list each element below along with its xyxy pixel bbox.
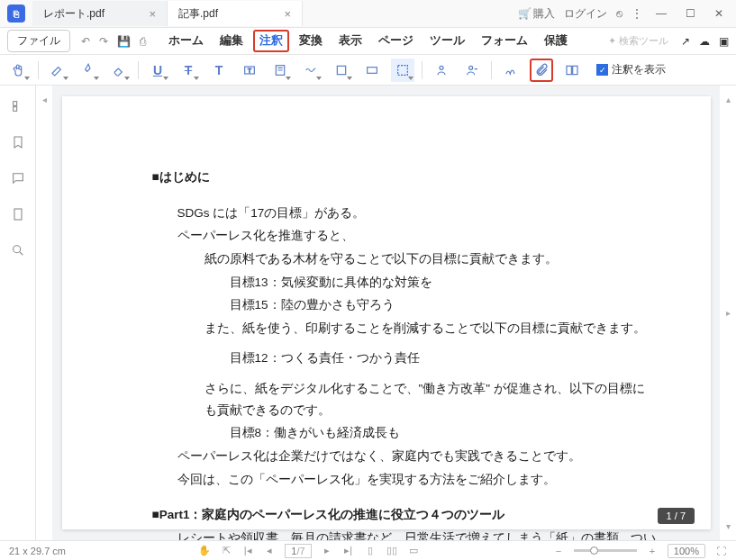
- print-icon[interactable]: ⎙: [140, 35, 146, 48]
- hand-tool[interactable]: [7, 59, 31, 82]
- share-icon[interactable]: ↗: [681, 35, 690, 48]
- chevron-down-icon[interactable]: ▾: [726, 521, 731, 531]
- person-tool[interactable]: [430, 59, 453, 82]
- menu-edit[interactable]: 編集: [214, 30, 250, 52]
- menubar: ファイル ↶ ↷ 💾 ⎙ ホーム 編集 注釈 変換 表示 ページ ツール フォー…: [0, 28, 736, 55]
- page-input[interactable]: 1/7: [285, 544, 311, 558]
- svg-rect-11: [13, 107, 16, 112]
- annotation-toolbar: U T T T ✓ 注釈を表示: [0, 55, 736, 86]
- cloud-icon[interactable]: ☁: [699, 35, 710, 48]
- hand-mode-icon[interactable]: ✋: [198, 545, 211, 556]
- pen-tool[interactable]: [77, 59, 100, 82]
- bookmark-panel-icon[interactable]: [8, 132, 28, 152]
- menu-view[interactable]: 表示: [332, 30, 368, 52]
- menu-home[interactable]: ホーム: [162, 30, 210, 52]
- body-text: レシートや領収書、毎月の請求書など、日常生活で増えてしまう「紙」の書類…ついつい…: [152, 528, 657, 540]
- next-page-icon[interactable]: ▸: [321, 545, 333, 556]
- eraser-tool[interactable]: [107, 59, 131, 82]
- chevron-up-icon[interactable]: ▴: [726, 95, 731, 104]
- zoom-slider[interactable]: [574, 549, 637, 552]
- body-text: ペーパーレス化は企業だけではなく、家庭内でも実践できることです。: [152, 446, 657, 467]
- cart-icon[interactable]: 🛒購入: [518, 6, 555, 22]
- titlebar: ⎘ レポート.pdf × 記事.pdf × 🛒購入 ログイン ⎋ ⋮ — ☐ ✕: [0, 0, 736, 28]
- prev-page-icon[interactable]: ◂: [263, 545, 276, 556]
- highlighter-tool[interactable]: [46, 59, 69, 82]
- notification-icon[interactable]: ⎋: [616, 7, 622, 20]
- undo-icon[interactable]: ↶: [81, 35, 90, 48]
- close-button[interactable]: ✕: [709, 4, 729, 23]
- document-area[interactable]: W ■はじめに SDGs には「17の目標」がある。 ペーパーレス化を推進すると…: [52, 86, 720, 540]
- first-page-icon[interactable]: |◂: [241, 545, 254, 556]
- textbox-tool[interactable]: T: [238, 59, 261, 82]
- redo-icon[interactable]: ↷: [99, 35, 108, 48]
- strikethrough-tool[interactable]: T: [177, 59, 200, 82]
- svg-rect-9: [573, 66, 577, 74]
- menu-form[interactable]: フォーム: [475, 30, 534, 52]
- body-text: 目標8：働きがいも経済成長も: [152, 422, 657, 444]
- signature-tool[interactable]: [499, 59, 522, 82]
- last-page-icon[interactable]: ▸|: [342, 545, 355, 556]
- search-tool[interactable]: ✦ 検索ツール: [608, 34, 668, 48]
- left-sidebar: [0, 86, 36, 540]
- body-text: 目標12：つくる責任・つかう責任: [152, 348, 657, 369]
- svg-text:T: T: [248, 67, 251, 73]
- close-icon[interactable]: ×: [284, 7, 291, 21]
- svg-rect-10: [13, 102, 16, 106]
- file-menu[interactable]: ファイル: [7, 30, 70, 52]
- chevron-left-icon[interactable]: ◂: [42, 95, 47, 104]
- area-tool[interactable]: [391, 59, 414, 82]
- menu-annotate[interactable]: 注釈: [253, 30, 289, 52]
- body-text: また、紙を使う、印刷することを削減することで以下の目標に貢献できます。: [152, 318, 657, 339]
- text-tool[interactable]: T: [207, 59, 231, 82]
- single-page-icon[interactable]: ▯: [364, 545, 377, 556]
- compare-tool[interactable]: [560, 59, 584, 82]
- thumbnail-panel-icon[interactable]: [8, 96, 28, 116]
- stamp-tool[interactable]: [360, 59, 384, 82]
- menu-page[interactable]: ページ: [372, 30, 420, 52]
- search-panel-icon[interactable]: [8, 240, 28, 260]
- svg-rect-12: [14, 209, 22, 220]
- svg-rect-5: [398, 65, 408, 75]
- svg-rect-8: [567, 66, 571, 74]
- body-text: さらに、紙をデジタル化することで、"働き方改革" が促進され、以下の目標にも貢献…: [152, 378, 657, 420]
- svg-point-6: [440, 66, 443, 69]
- note-tool[interactable]: [268, 59, 292, 82]
- wavy-tool[interactable]: [299, 59, 323, 82]
- show-annotations-toggle[interactable]: ✓ 注釈を表示: [596, 63, 666, 77]
- login-link[interactable]: ログイン: [564, 6, 607, 22]
- zoom-out-icon[interactable]: −: [552, 546, 565, 556]
- facing-icon[interactable]: ▭: [407, 545, 420, 556]
- body-text: ペーパーレス化を推進すると、: [152, 225, 657, 247]
- person-minus-tool[interactable]: [460, 59, 484, 82]
- close-icon[interactable]: ×: [149, 7, 156, 21]
- fit-icon[interactable]: ⇱: [220, 545, 232, 556]
- more-icon[interactable]: ⋮: [632, 7, 642, 20]
- checkbox-icon: ✓: [596, 64, 608, 76]
- minimize-button[interactable]: —: [651, 4, 671, 23]
- statusbar: 21 x 29.7 cm ✋ ⇱ |◂ ◂ 1/7 ▸ ▸| ▯ ▯▯ ▭ − …: [0, 540, 736, 560]
- tab-report[interactable]: レポート.pdf ×: [32, 1, 168, 26]
- zoom-value[interactable]: 100%: [668, 544, 705, 558]
- attachment-panel-icon[interactable]: [8, 204, 28, 224]
- underline-tool[interactable]: U: [146, 59, 169, 82]
- fullscreen-icon[interactable]: ⛶: [714, 546, 727, 556]
- menu-tools[interactable]: ツール: [423, 30, 471, 52]
- page-indicator: 1 / 7: [658, 508, 695, 524]
- tab-article[interactable]: 記事.pdf ×: [168, 1, 303, 26]
- shape-tool[interactable]: [330, 59, 353, 82]
- left-rail: ◂: [36, 86, 52, 540]
- chevron-right-icon[interactable]: ▸: [726, 308, 731, 318]
- attachment-tool[interactable]: [530, 59, 553, 82]
- maximize-button[interactable]: ☐: [680, 4, 700, 23]
- body-text: 目標13：気候変動に具体的な対策を: [152, 272, 657, 294]
- right-rail: ▴▸▾: [720, 86, 736, 540]
- continuous-icon[interactable]: ▯▯: [386, 545, 398, 556]
- zoom-in-icon[interactable]: +: [646, 546, 659, 556]
- menu-convert[interactable]: 変換: [293, 30, 329, 52]
- tab-label: 記事.pdf: [178, 6, 218, 22]
- save-icon[interactable]: 💾: [117, 35, 131, 48]
- help-icon[interactable]: ▣: [719, 35, 729, 48]
- paper-size: 21 x 29.7 cm: [9, 546, 66, 556]
- menu-protect[interactable]: 保護: [538, 30, 574, 52]
- comment-panel-icon[interactable]: [8, 168, 28, 188]
